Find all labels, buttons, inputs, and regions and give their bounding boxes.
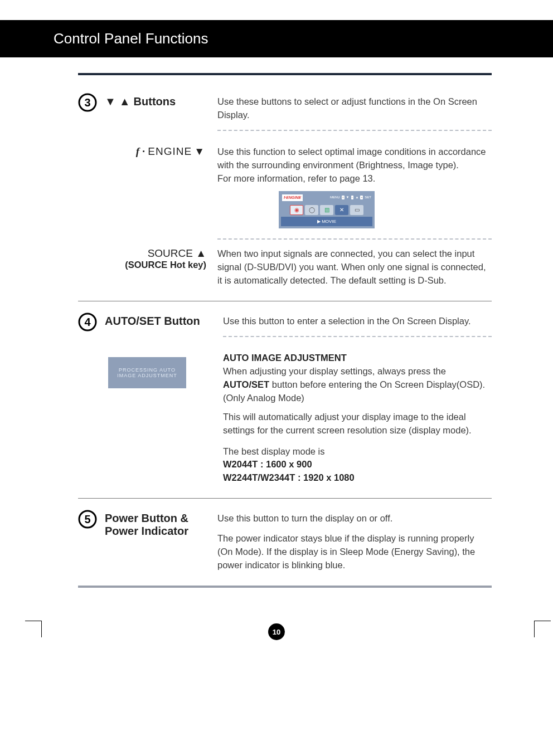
source-description: When two input signals are connected, yo… (217, 247, 492, 287)
svg-text:5: 5 (84, 513, 90, 525)
page-header: Control Panel Functions (0, 20, 553, 57)
osd-picture-icon: ▧ (320, 205, 333, 215)
best-mode-1: W2044T : 1600 x 900 (223, 458, 492, 471)
osd-close-icon: ✕ (335, 205, 348, 215)
cutmark-tl (25, 23, 42, 40)
osd-monitor-icon: ▭ (350, 205, 363, 215)
aia-paragraph-2: This will automatically adjust your disp… (223, 411, 492, 437)
cutmark-tr (534, 23, 551, 40)
section-3-buttons: 3 ▼ ▲ Buttons Use these buttons to selec… (78, 95, 492, 139)
header-title: Control Panel Functions (54, 30, 208, 47)
section-4-autoset: 4 AUTO/SET Button Use this button to ent… (78, 315, 492, 345)
section-4-aia: PROCESSING AUTO IMAGE ADJUSTMENT AUTO IM… (78, 352, 492, 485)
best-mode-intro: The best display mode is (223, 445, 492, 459)
cutmark-bl (25, 621, 42, 637)
number-3-icon: 3 (78, 93, 97, 114)
source-hotkey-label: (SOURCE Hot key) (78, 260, 206, 270)
power-p2: The power indicator stays blue if the di… (217, 532, 492, 572)
aia-paragraph-1: When adjusting your display settings, al… (223, 365, 492, 405)
section-3-fengine: f·ENGINE ▼ Use this function to select o… (78, 145, 492, 231)
up-arrow-icon: ▲ (119, 95, 130, 108)
thin-divider (78, 498, 492, 499)
content-area: 3 ▼ ▲ Buttons Use these buttons to selec… (0, 57, 553, 610)
down-arrow-icon: ▼ (194, 145, 205, 158)
processing-auto-thumbnail: PROCESSING AUTO IMAGE ADJUSTMENT (108, 357, 186, 388)
osd-globe2-icon: ◯ (305, 205, 318, 215)
section-5-power: 5 Power Button & Power Indicator Use thi… (78, 512, 492, 572)
fengine-label: f·ENGINE ▼ (78, 145, 206, 158)
autoset-title: AUTO/SET Button (105, 315, 206, 328)
exit-chip-icon: ⎋ (342, 196, 345, 199)
dashed-divider (217, 130, 492, 131)
updown-buttons-label: ▼ ▲ Buttons (105, 95, 206, 108)
number-4-icon: 4 (78, 313, 97, 334)
buttons-word: Buttons (134, 95, 176, 108)
dashed-divider (223, 336, 492, 337)
page-number: 10 (268, 623, 285, 640)
best-mode-2: W2244T/W2344T : 1920 x 1080 (223, 471, 492, 485)
svg-text:3: 3 (84, 96, 90, 109)
power-title: Power Button & Power Indicator (105, 512, 206, 538)
number-5-icon: 5 (78, 510, 97, 531)
fengine-osd-thumbnail: f·ENGINE MENU⎋ ▼− ▲+ SET ◉ ◯ ▧ ✕ ▭ ▶ (279, 191, 375, 229)
aia-title: AUTO IMAGE ADJUSTMENT (223, 352, 492, 365)
osd-fe-badge: f·ENGINE (282, 194, 303, 201)
autoset-description: Use this button to enter a selection in … (223, 315, 492, 328)
bottom-rule (78, 586, 492, 588)
buttons-description: Use these buttons to select or adjust fu… (217, 95, 492, 122)
source-label: SOURCE ▲ (78, 247, 206, 260)
dashed-divider (217, 238, 492, 240)
down-arrow-icon: ▼ (105, 95, 116, 108)
section-3-source: SOURCE ▲ (SOURCE Hot key) When two input… (78, 247, 492, 287)
fengine-description: Use this function to select optimal imag… (217, 145, 492, 186)
top-rule (78, 73, 492, 75)
power-p1: Use this button to turn the display on o… (217, 512, 492, 525)
thin-divider (78, 301, 492, 301)
osd-globe-icon: ◉ (290, 205, 303, 215)
osd-bottom-label: ▶ MOVIE (281, 217, 372, 227)
svg-text:4: 4 (84, 316, 91, 328)
cutmark-br (534, 621, 551, 637)
f-script-icon: f (136, 145, 140, 158)
